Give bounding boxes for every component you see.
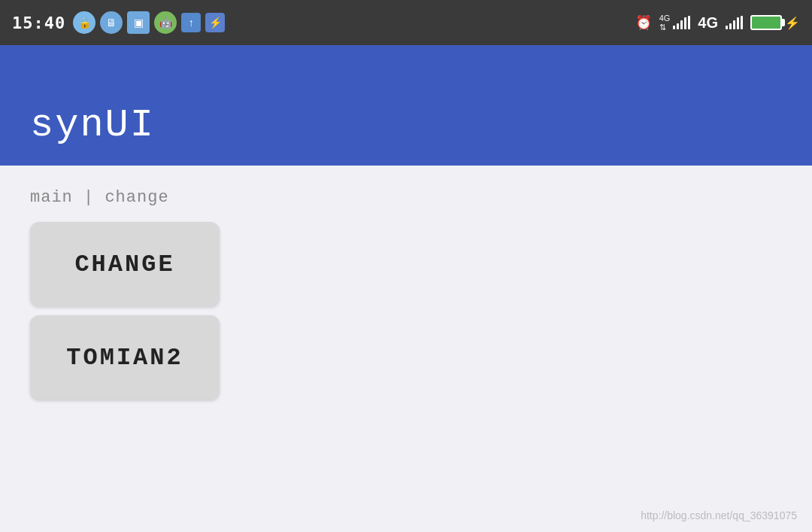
signal-bars-1 (673, 16, 690, 29)
signal-bars-2 (726, 16, 743, 29)
usb-icon: ⚡ (205, 13, 225, 32)
status-bar: 15:40 🔒 🖥 ▣ 🤖 ↑ ⚡ ⏰ 4G⇅ (0, 0, 812, 45)
android-icon: 🤖 (154, 11, 177, 34)
status-left: 15:40 🔒 🖥 ▣ 🤖 ↑ ⚡ (12, 11, 225, 34)
app-title: synUI (30, 103, 155, 147)
status-icons: 🔒 🖥 ▣ 🤖 ↑ ⚡ (73, 11, 225, 34)
upload-icon: ↑ (181, 13, 201, 32)
box-icon: ▣ (127, 11, 150, 34)
button-list: CHANGE TOMIAN2 (30, 222, 782, 400)
tomian2-button[interactable]: TOMIAN2 (30, 315, 220, 400)
network2-label: 4G (698, 14, 718, 32)
battery-icon (750, 15, 782, 30)
lock-icon: 🔒 (73, 11, 95, 34)
network1-group: 4G⇅ (659, 14, 691, 32)
change-button[interactable]: CHANGE (30, 222, 220, 306)
battery-container: ⚡ (750, 15, 800, 30)
app-bar: synUI (0, 45, 812, 166)
breadcrumb: main | change (30, 188, 782, 207)
screen-icon: 🖥 (100, 11, 123, 34)
charging-icon: ⚡ (785, 16, 800, 30)
watermark: http://blog.csdn.net/qq_36391075 (641, 509, 797, 521)
alarm-icon: ⏰ (635, 14, 652, 31)
status-right: ⏰ 4G⇅ 4G ⚡ (635, 14, 800, 32)
main-content: main | change CHANGE TOMIAN2 (0, 166, 812, 422)
status-time: 15:40 (12, 14, 65, 32)
